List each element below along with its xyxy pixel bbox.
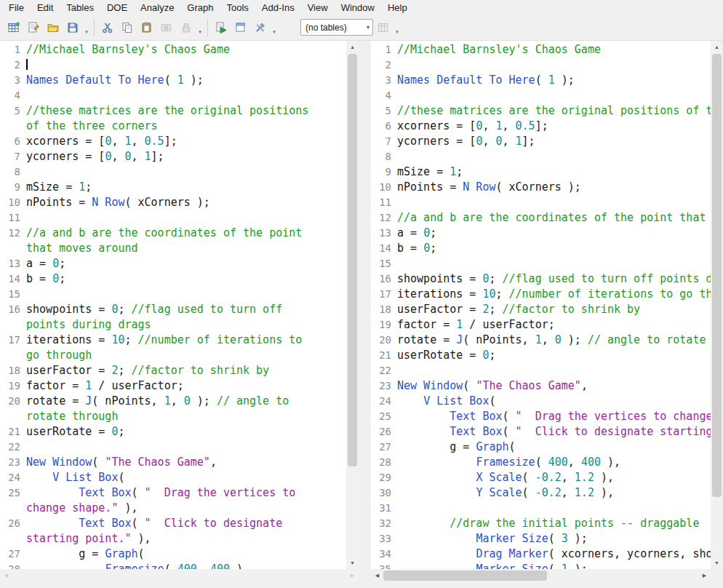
run-script-button[interactable] bbox=[211, 17, 231, 37]
code-line[interactable]: 13a = 0; bbox=[371, 226, 711, 241]
toolbar-overflow-button[interactable]: ▾ bbox=[196, 17, 204, 37]
script-pane-left[interactable]: 1//Michael Barnsley's Chaos Game23Names … bbox=[0, 41, 359, 569]
code-line[interactable]: points during drags bbox=[0, 317, 346, 333]
code-line[interactable]: 26 Text Box( " Click to designate bbox=[0, 516, 346, 531]
menu-item-tools[interactable]: Tools bbox=[220, 0, 255, 15]
script-pane-right[interactable]: 1//Michael Barnsley's Chaos Game23Names … bbox=[371, 41, 723, 569]
menu-item-view[interactable]: View bbox=[301, 0, 335, 15]
code-line[interactable]: 7ycorners = [0, 0, 1]; bbox=[371, 134, 711, 149]
code-line[interactable]: 14b = 0; bbox=[0, 271, 346, 287]
code-line[interactable]: 30 Y Scale( -0.2, 1.2 ), bbox=[371, 485, 711, 501]
code-line[interactable]: 9mSize = 1; bbox=[371, 164, 711, 180]
code-line[interactable]: 21userRotate = 0; bbox=[0, 424, 346, 440]
code-line[interactable]: 12//a and b are the coordinates of the p… bbox=[371, 210, 711, 226]
code-line[interactable]: 5//these matrices are the original posit… bbox=[371, 103, 711, 119]
code-line[interactable]: 6xcorners = [0, 1, 0.5]; bbox=[0, 134, 346, 149]
code-line[interactable]: 11 bbox=[371, 195, 711, 210]
menu-item-graph[interactable]: Graph bbox=[180, 0, 220, 15]
code-line[interactable]: 7ycorners = [0, 0, 1]; bbox=[0, 149, 346, 164]
code-line[interactable]: 15 bbox=[371, 256, 711, 271]
scroll-up-arrow[interactable]: ▲ bbox=[346, 41, 359, 53]
scroll-up-arrow[interactable]: ▲ bbox=[711, 41, 723, 53]
code-line[interactable]: 2 bbox=[371, 57, 711, 73]
horizontal-scrollbar-right[interactable]: ◀ ▶ bbox=[371, 569, 711, 582]
data-table-button[interactable] bbox=[373, 17, 393, 37]
code-line[interactable]: 23New Window( "The Chaos Game", bbox=[371, 378, 711, 394]
code-line[interactable]: 20rotate = J( nPoints, 1, 0 ); // angle … bbox=[0, 394, 346, 409]
code-line[interactable]: 22 bbox=[371, 363, 711, 378]
code-line[interactable]: 13a = 0; bbox=[0, 256, 346, 271]
code-line[interactable]: 14b = 0; bbox=[371, 241, 711, 256]
code-line[interactable]: 3Names Default To Here( 1 ); bbox=[371, 73, 711, 88]
code-line[interactable]: 4 bbox=[371, 88, 711, 103]
scrollbar-thumb[interactable] bbox=[348, 54, 357, 466]
code-line[interactable]: 25 Text Box( " Drag the vertices to chan… bbox=[371, 409, 711, 424]
code-line[interactable]: 33 Marker Size( 3 ); bbox=[371, 531, 711, 547]
scrollbar-track[interactable] bbox=[346, 53, 359, 557]
vertical-scrollbar[interactable]: ▲ ▼ bbox=[346, 41, 359, 569]
menu-item-tables[interactable]: Tables bbox=[60, 0, 100, 15]
new-data-table-button[interactable] bbox=[4, 17, 23, 37]
code-line[interactable]: 31 bbox=[371, 501, 711, 516]
code-line[interactable]: 18userFactor = 2; //factor to shrink by bbox=[371, 302, 711, 317]
code-line[interactable]: 21userRotate = 0; bbox=[371, 348, 711, 363]
code-line[interactable]: 15 bbox=[0, 287, 346, 302]
toolbar-overflow-button[interactable]: ▾ bbox=[393, 17, 402, 37]
toolbar-overflow-button[interactable]: ▾ bbox=[82, 17, 91, 37]
menu-item-window[interactable]: Window bbox=[335, 0, 381, 15]
vertical-scrollbar[interactable]: ▲ ▼ bbox=[711, 41, 723, 569]
scrollbar-track[interactable] bbox=[711, 53, 723, 557]
code-line[interactable]: 8 bbox=[371, 149, 711, 164]
scrollbar-track[interactable] bbox=[12, 569, 346, 582]
code-line[interactable]: 25 Text Box( " Drag the vertices to bbox=[0, 485, 346, 501]
code-line[interactable]: 24 V List Box( bbox=[371, 394, 711, 409]
tools-button[interactable] bbox=[250, 17, 270, 37]
code-line[interactable]: 27 g = Graph( bbox=[0, 547, 346, 562]
code-line[interactable]: 2 bbox=[0, 57, 346, 73]
code-line[interactable]: 1//Michael Barnsley's Chaos Game bbox=[371, 42, 711, 57]
toolbar-overflow-button[interactable]: ▾ bbox=[270, 17, 279, 37]
code-line[interactable]: 10nPoints = N Row( xCorners ); bbox=[0, 195, 346, 210]
menu-item-help[interactable]: Help bbox=[381, 0, 414, 15]
code-line[interactable]: 8 bbox=[0, 164, 346, 180]
code-line[interactable]: 3Names Default To Here( 1 ); bbox=[0, 73, 346, 88]
scroll-right-arrow[interactable]: ▶ bbox=[346, 569, 359, 582]
code-line[interactable]: 16showpoints = 0; //flag used to turn of… bbox=[0, 302, 346, 317]
menu-item-doe[interactable]: DOE bbox=[100, 0, 134, 15]
horizontal-scrollbar-left[interactable]: ◀ ▶ bbox=[0, 569, 359, 582]
menu-item-edit[interactable]: Edit bbox=[31, 0, 60, 15]
code-line[interactable]: 19factor = 1 / userFactor; bbox=[0, 378, 346, 394]
scroll-down-arrow[interactable]: ▼ bbox=[346, 557, 359, 569]
code-line[interactable]: 16showpoints = 0; //flag used to turn of… bbox=[371, 271, 711, 287]
menu-item-addins[interactable]: Add-Ins bbox=[255, 0, 301, 15]
code-line[interactable]: 26 Text Box( " Click to designate starti… bbox=[371, 424, 711, 440]
pane-splitter[interactable] bbox=[359, 41, 371, 569]
code-line[interactable]: 35 Marker Size( 1 ); bbox=[371, 562, 711, 569]
code-line[interactable]: rotate through bbox=[0, 409, 346, 424]
new-script-button[interactable] bbox=[23, 17, 43, 37]
code-line[interactable]: 5//these matrices are the original posit… bbox=[0, 103, 346, 119]
code-line[interactable]: 28 Framesize( 400, 400 ), bbox=[371, 455, 711, 470]
scrollbar-track[interactable] bbox=[383, 569, 698, 582]
code-line[interactable]: of the three corners bbox=[0, 119, 346, 134]
code-line[interactable]: 12//a and b are the coordinates of the p… bbox=[0, 226, 346, 241]
code-line[interactable]: 22 bbox=[0, 440, 346, 455]
code-line[interactable]: go through bbox=[0, 348, 346, 363]
code-line[interactable]: 34 Drag Marker( xcorners, ycorners, show… bbox=[371, 547, 711, 562]
paste-button[interactable] bbox=[137, 17, 156, 37]
code-line[interactable]: 17iterations = 10; //number of iteration… bbox=[0, 333, 346, 348]
menu-item-file[interactable]: File bbox=[2, 0, 31, 15]
code-line[interactable]: that moves around bbox=[0, 241, 346, 256]
scroll-down-arrow[interactable]: ▼ bbox=[711, 557, 723, 569]
scroll-right-arrow[interactable]: ▶ bbox=[698, 569, 711, 582]
code-line[interactable]: 17iterations = 10; //number of iteration… bbox=[371, 287, 711, 302]
code-line[interactable]: 6xcorners = [0, 1, 0.5]; bbox=[371, 119, 711, 134]
scroll-left-arrow[interactable]: ◀ bbox=[0, 569, 12, 582]
new-window-button[interactable] bbox=[231, 17, 250, 37]
code-line[interactable]: 9mSize = 1; bbox=[0, 180, 346, 195]
code-line[interactable]: 4 bbox=[0, 88, 346, 103]
scroll-left-arrow[interactable]: ◀ bbox=[371, 569, 383, 582]
code-line[interactable]: 18userFactor = 2; //factor to shrink by bbox=[0, 363, 346, 378]
code-line[interactable]: 1//Michael Barnsley's Chaos Game bbox=[0, 42, 346, 57]
code-line[interactable]: 20rotate = J( nPoints, 1, 0 ); // angle … bbox=[371, 333, 711, 348]
